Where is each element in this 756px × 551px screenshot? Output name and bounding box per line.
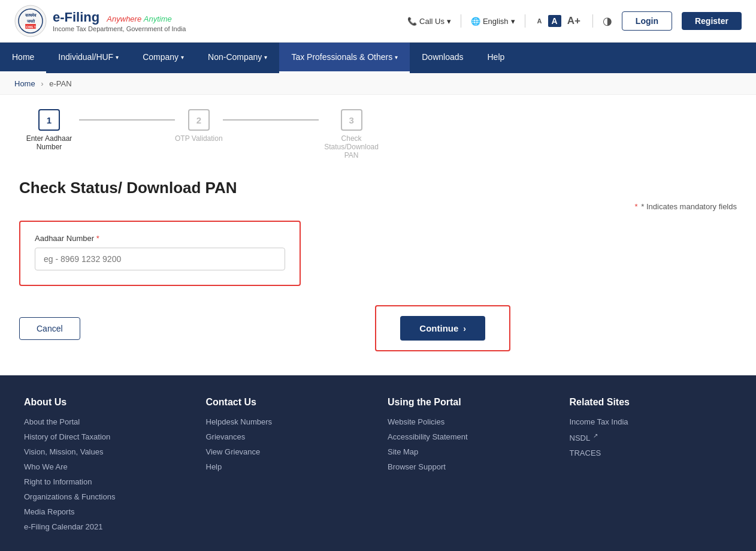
mandatory-note: * * Indicates mandatory fields (19, 202, 737, 211)
footer-contact-help[interactable]: Help (206, 462, 369, 471)
nav-item-tax-professionals[interactable]: Tax Professionals & Others ▾ (279, 43, 410, 73)
footer-about-orgfunctions[interactable]: Organizations & Functions (24, 492, 187, 501)
footer-contact-helpdesk[interactable]: Helpdesk Numbers (206, 417, 369, 426)
lang-chevron-icon: ▾ (511, 17, 515, 26)
step-connector-1-2 (79, 119, 175, 121)
nav-item-individual[interactable]: Individual/HUF ▾ (46, 43, 131, 73)
breadcrumb-separator: › (41, 79, 43, 88)
footer-about-rti[interactable]: Right to Information (24, 477, 187, 486)
footer-portal-sitemap[interactable]: Site Map (388, 447, 551, 456)
breadcrumb: Home › e-PAN (0, 73, 756, 95)
footer-about-vision[interactable]: Vision, Mission, Values (24, 447, 187, 456)
taxpro-chevron-icon: ▾ (395, 54, 398, 61)
divider-2 (525, 14, 525, 28)
call-us-link[interactable]: 📞 Call Us ▾ (407, 17, 451, 26)
footer-about-calendar[interactable]: e-Filing Calendar 2021 (24, 522, 187, 531)
noncompany-chevron-icon: ▾ (264, 54, 267, 61)
phone-icon: 📞 (407, 17, 417, 26)
footer-contact-viewgrievance[interactable]: View Grievance (206, 447, 369, 456)
nav-bar: Home Individual/HUF ▾ Company ▾ Non-Comp… (0, 43, 756, 73)
step-3-label: Check Status/Download PAN (319, 134, 385, 159)
font-controls: A A A+ (535, 14, 583, 28)
step-1: 1 Enter Aadhaar Number (19, 109, 79, 151)
divider-3 (592, 14, 593, 28)
mandatory-star: * (635, 202, 638, 211)
call-chevron-icon: ▾ (447, 17, 451, 26)
logo-efiling: e-Filing Anywhere Anytime (53, 10, 186, 25)
step-2: 2 OTP Validation (175, 109, 223, 143)
register-button[interactable]: Register (682, 12, 742, 30)
step-3-circle: 3 (341, 109, 362, 131)
footer-col-portal: Using the Portal Website Policies Access… (388, 397, 551, 537)
nav-item-downloads[interactable]: Downloads (410, 43, 475, 73)
step-1-circle: 1 (38, 109, 60, 131)
footer-col-about: About Us About the Portal History of Dir… (24, 397, 187, 537)
top-right: 📞 Call Us ▾ 🌐 English ▾ A A A+ ◑ Login R… (407, 11, 742, 31)
page-title: Check Status/ Download PAN (19, 179, 737, 197)
font-normal-btn[interactable]: A (548, 15, 561, 27)
footer-about-history[interactable]: History of Direct Taxation (24, 432, 187, 441)
footer-related-traces[interactable]: TRACES (570, 448, 733, 457)
login-button[interactable]: Login (622, 11, 672, 31)
aadhaar-field-label: Aadhaar Number * (35, 234, 285, 243)
globe-icon: 🌐 (471, 17, 480, 26)
breadcrumb-home[interactable]: Home (14, 79, 35, 88)
top-bar: सत्यमेव जयते INCOME TAX e-Filing Anywher… (0, 0, 756, 43)
footer: About Us About the Portal History of Dir… (0, 375, 756, 551)
nav-item-company[interactable]: Company ▾ (131, 43, 196, 73)
aadhaar-required-star: * (96, 234, 99, 243)
continue-button[interactable]: Continue › (400, 316, 485, 341)
nsdl-ext-icon: ↗ (593, 432, 598, 439)
footer-contact-grievances[interactable]: Grievances (206, 432, 369, 441)
divider-1 (461, 14, 461, 28)
footer-related-incometax[interactable]: Income Tax India (570, 417, 733, 426)
footer-portal-accessibility[interactable]: Accessibility Statement (388, 432, 551, 441)
contrast-btn[interactable]: ◑ (603, 14, 612, 28)
cancel-button[interactable]: Cancel (19, 317, 80, 340)
footer-contact-title: Contact Us (206, 397, 369, 408)
form-card: Aadhaar Number * (19, 221, 301, 286)
logo-text: e-Filing Anywhere Anytime Income Tax Dep… (53, 10, 186, 32)
footer-portal-title: Using the Portal (388, 397, 551, 408)
footer-related-title: Related Sites (570, 397, 733, 408)
logo-area: सत्यमेव जयते INCOME TAX e-Filing Anywher… (14, 5, 186, 37)
font-large-btn[interactable]: A+ (565, 14, 583, 28)
logo-subtitle: Income Tax Department, Government of Ind… (53, 25, 186, 32)
svg-text:जयते: जयते (26, 19, 35, 23)
footer-col-contact: Contact Us Helpdesk Numbers Grievances V… (206, 397, 369, 537)
footer-related-nsdl[interactable]: NSDL ↗ (570, 432, 733, 442)
footer-grid: About Us About the Portal History of Dir… (24, 397, 732, 537)
stepper: 1 Enter Aadhaar Number 2 OTP Validation … (19, 109, 737, 159)
breadcrumb-current: e-PAN (49, 79, 71, 88)
svg-text:सत्यमेव: सत्यमेव (25, 13, 37, 17)
font-small-btn[interactable]: A (535, 16, 545, 26)
step-connector-2-3 (223, 119, 319, 121)
footer-about-portal[interactable]: About the Portal (24, 417, 187, 426)
action-row: Cancel Continue › (19, 305, 510, 351)
company-chevron-icon: ▾ (181, 54, 184, 61)
nav-item-help[interactable]: Help (476, 43, 517, 73)
individual-chevron-icon: ▾ (116, 54, 119, 61)
step-3: 3 Check Status/Download PAN (319, 109, 385, 159)
footer-portal-policies[interactable]: Website Policies (388, 417, 551, 426)
nav-item-noncompany[interactable]: Non-Company ▾ (196, 43, 279, 73)
continue-arrow-icon: › (463, 324, 466, 333)
footer-about-whoweare[interactable]: Who We Are (24, 462, 187, 471)
step-2-label: OTP Validation (175, 134, 223, 143)
footer-about-title: About Us (24, 397, 187, 408)
language-link[interactable]: 🌐 English ▾ (471, 17, 515, 26)
footer-portal-browser[interactable]: Browser Support (388, 462, 551, 471)
footer-col-related: Related Sites Income Tax India NSDL ↗ TR… (570, 397, 733, 537)
step-2-circle: 2 (188, 109, 210, 131)
main-content: 1 Enter Aadhaar Number 2 OTP Validation … (0, 95, 756, 375)
step-1-label: Enter Aadhaar Number (19, 134, 79, 151)
svg-text:INCOME TAX: INCOME TAX (21, 25, 40, 29)
aadhaar-input[interactable] (35, 248, 285, 270)
continue-wrapper: Continue › (375, 305, 510, 351)
nav-item-home[interactable]: Home (0, 43, 46, 73)
emblem-icon: सत्यमेव जयते INCOME TAX (14, 5, 47, 37)
footer-about-media[interactable]: Media Reports (24, 507, 187, 516)
